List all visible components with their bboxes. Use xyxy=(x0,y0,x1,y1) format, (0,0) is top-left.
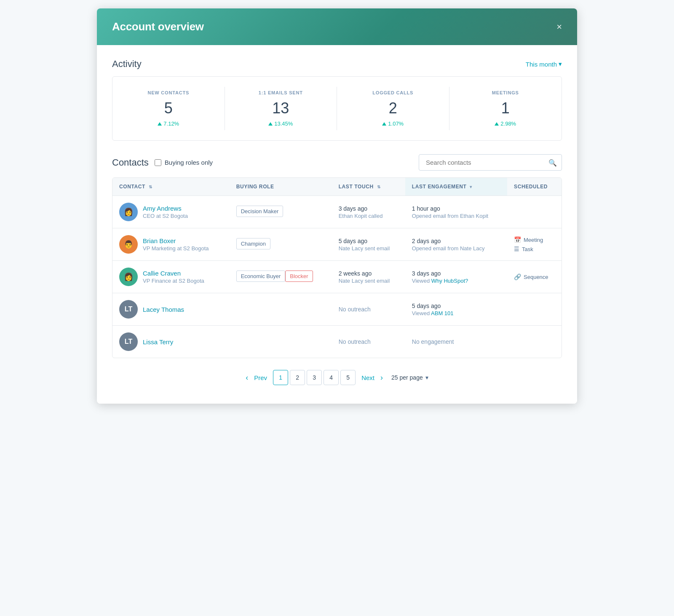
period-label: This month xyxy=(526,61,557,68)
activity-stat: NEW CONTACTS 5 7.12% xyxy=(112,87,225,130)
per-page-selector: 25 per page ▾ xyxy=(391,374,428,381)
table-header: CONTACT ⇅ BUYING ROLE LAST TOUCH ⇅ LAST … xyxy=(112,178,562,196)
role-cell: Decision Maker xyxy=(230,196,332,228)
last-engagement-cell: 2 days ago Opened email from Nate Lacy xyxy=(405,228,507,261)
no-engagement: No engagement xyxy=(412,338,454,345)
scheduled-item: 🔗Sequence xyxy=(514,273,555,280)
scheduled-cell xyxy=(507,326,562,358)
col-last-engagement: LAST ENGAGEMENT ▾ xyxy=(405,178,507,196)
engagement-link[interactable]: Why HubSpot? xyxy=(431,278,468,284)
sort-icon-contact[interactable]: ⇅ xyxy=(149,185,152,189)
activity-section-header: Activity This month ▾ xyxy=(112,59,562,70)
buying-roles-label[interactable]: Buying roles only xyxy=(165,159,213,166)
modal-body: Activity This month ▾ NEW CONTACTS 5 7.1… xyxy=(97,45,577,404)
stat-label: NEW CONTACTS xyxy=(119,90,218,95)
last-touch-cell: 5 days ago Nate Lacy sent email xyxy=(332,228,405,261)
contact-name[interactable]: Lacey Thomas xyxy=(143,306,184,313)
engagement-link[interactable]: ABM 101 xyxy=(431,310,453,316)
stat-label: LOGGED CALLS xyxy=(344,90,442,95)
period-selector[interactable]: This month ▾ xyxy=(526,60,562,68)
modal-title: Account overview xyxy=(112,20,204,33)
contact-title: CEO at S2 Bogota xyxy=(143,213,188,219)
search-input[interactable] xyxy=(419,154,562,171)
stat-value: 1 xyxy=(456,99,555,117)
stat-value: 2 xyxy=(344,99,442,117)
prev-arrow-icon[interactable]: ‹ xyxy=(246,373,248,382)
engagement-sub: Opened email from Ethan Kopit xyxy=(412,213,500,219)
stat-value: 13 xyxy=(232,99,330,117)
last-touch-cell: No outreach xyxy=(332,293,405,326)
trend-up-icon xyxy=(268,122,273,126)
touch-sub: Nate Lacy sent email xyxy=(339,278,399,284)
avatar: LT xyxy=(119,332,138,351)
role-cell xyxy=(230,293,332,326)
next-button[interactable]: Next xyxy=(357,370,379,385)
scheduled-label: Sequence xyxy=(524,274,548,280)
role-badge[interactable]: Economic Buyer xyxy=(236,271,286,282)
touch-sub: Nate Lacy sent email xyxy=(339,245,399,252)
scheduled-icon: 🔗 xyxy=(514,273,521,280)
sort-icon-last-touch[interactable]: ⇅ xyxy=(377,185,381,189)
col-last-touch: LAST TOUCH ⇅ xyxy=(332,178,405,196)
contact-cell: 👨 Brian Boxer VP Marketing at S2 Bogota xyxy=(112,228,230,261)
buying-roles-checkbox[interactable] xyxy=(155,159,161,166)
scheduled-cell: 🔗Sequence xyxy=(507,261,562,293)
stat-label: MEETINGS xyxy=(456,90,555,95)
scheduled-item: ☰Task xyxy=(514,246,555,252)
chevron-down-icon: ▾ xyxy=(559,60,562,68)
table-row: LT Lacey Thomas No outreach 5 days ago V… xyxy=(112,293,562,326)
col-contact: CONTACT ⇅ xyxy=(112,178,230,196)
touch-text: 2 weeks ago xyxy=(339,270,399,277)
role-cell: Economic BuyerBlocker xyxy=(230,261,332,293)
contact-name[interactable]: Brian Boxer xyxy=(143,237,209,244)
last-engagement-cell: 1 hour ago Opened email from Ethan Kopit xyxy=(405,196,507,228)
touch-sub: Ethan Kopit called xyxy=(339,213,399,219)
role-cell: Champion xyxy=(230,228,332,261)
contact-cell: 👩 Amy Andrews CEO at S2 Bogota xyxy=(112,196,230,228)
role-badge[interactable]: Champion xyxy=(236,238,270,249)
next-arrow-icon[interactable]: › xyxy=(380,373,383,382)
contact-name[interactable]: Callie Craven xyxy=(143,270,204,277)
last-engagement-cell: 3 days ago Viewed Why HubSpot? xyxy=(405,261,507,293)
table-row: 👩 Callie Craven VP Finance at S2 Bogota … xyxy=(112,261,562,293)
contacts-title: Contacts xyxy=(112,157,149,168)
table-row: 👨 Brian Boxer VP Marketing at S2 Bogota … xyxy=(112,228,562,261)
scheduled-icon: 📅 xyxy=(514,236,521,243)
stat-change: 13.45% xyxy=(232,121,330,127)
page-button-2[interactable]: 2 xyxy=(290,370,305,385)
page-button-4[interactable]: 4 xyxy=(324,370,339,385)
activity-stat: MEETINGS 1 2.98% xyxy=(449,87,562,130)
modal-header: Account overview × xyxy=(97,8,577,45)
last-touch-cell: 2 weeks ago Nate Lacy sent email xyxy=(332,261,405,293)
per-page-label: 25 per page xyxy=(391,374,423,381)
role-badge[interactable]: Blocker xyxy=(285,271,313,282)
contacts-left: Contacts Buying roles only xyxy=(112,157,213,168)
contact-name[interactable]: Lissa Terry xyxy=(143,338,173,345)
page-button-3[interactable]: 3 xyxy=(307,370,322,385)
contact-title: VP Finance at S2 Bogota xyxy=(143,278,204,284)
prev-button[interactable]: Prev xyxy=(250,370,271,385)
role-cell xyxy=(230,326,332,358)
engagement-text: 3 days ago xyxy=(412,270,500,277)
engagement-sub: Opened email from Nate Lacy xyxy=(412,245,500,252)
sort-icon-last-engagement[interactable]: ▾ xyxy=(470,185,472,189)
col-buying-role: BUYING ROLE xyxy=(230,178,332,196)
scheduled-cell: 📅Meeting☰Task xyxy=(507,228,562,261)
scheduled-cell xyxy=(507,293,562,326)
account-overview-modal: Account overview × Activity This month ▾… xyxy=(97,8,577,404)
page-button-5[interactable]: 5 xyxy=(340,370,356,385)
role-badge[interactable]: Decision Maker xyxy=(236,206,284,217)
stat-change: 7.12% xyxy=(119,121,218,127)
page-button-1[interactable]: 1 xyxy=(273,370,288,385)
per-page-dropdown-icon[interactable]: ▾ xyxy=(425,374,428,381)
scheduled-icon: ☰ xyxy=(514,246,519,252)
last-touch-cell: 3 days ago Ethan Kopit called xyxy=(332,196,405,228)
contact-name[interactable]: Amy Andrews xyxy=(143,205,188,212)
trend-up-icon xyxy=(382,122,386,126)
stat-change: 1.07% xyxy=(344,121,442,127)
activity-card: NEW CONTACTS 5 7.12% 1:1 EMAILS SENT 13 … xyxy=(112,76,562,141)
close-button[interactable]: × xyxy=(556,22,562,32)
table-row: 👩 Amy Andrews CEO at S2 Bogota Decision … xyxy=(112,196,562,228)
engagement-text: 2 days ago xyxy=(412,238,500,244)
avatar: LT xyxy=(119,300,138,319)
